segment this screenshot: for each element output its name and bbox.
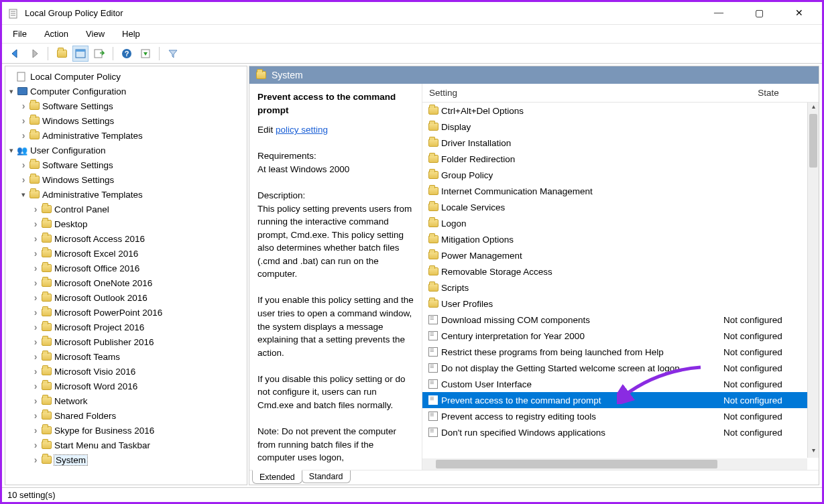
tab-standard[interactable]: Standard bbox=[302, 470, 351, 483]
expand-chevron[interactable] bbox=[31, 351, 40, 362]
tree-node[interactable]: Microsoft Access 2016 bbox=[7, 231, 245, 246]
edit-policy-link[interactable]: policy setting bbox=[276, 125, 328, 135]
properties-button[interactable] bbox=[137, 46, 154, 62]
scroll-down-arrow[interactable]: ▾ bbox=[808, 446, 819, 458]
expand-chevron[interactable] bbox=[19, 190, 28, 199]
export-button[interactable] bbox=[91, 46, 107, 62]
forward-button[interactable] bbox=[26, 46, 42, 62]
tree-node[interactable]: Microsoft Visio 2016 bbox=[7, 364, 245, 379]
expand-chevron[interactable] bbox=[19, 160, 28, 170]
menu-view[interactable]: View bbox=[84, 27, 106, 40]
folder-row[interactable]: Logon bbox=[422, 215, 819, 231]
tree-node[interactable]: Software Settings bbox=[7, 158, 245, 172]
tree-node[interactable]: Software Settings bbox=[7, 99, 245, 113]
expand-chevron[interactable] bbox=[31, 410, 40, 421]
folder-row[interactable]: Driver Installation bbox=[422, 135, 819, 151]
folder-row[interactable]: Group Policy bbox=[422, 167, 819, 183]
folder-row[interactable]: Power Management bbox=[422, 247, 819, 263]
expand-chevron[interactable] bbox=[31, 292, 40, 303]
expand-chevron[interactable] bbox=[31, 263, 40, 273]
tree-node[interactable]: Control Panel bbox=[7, 202, 245, 216]
tree-node[interactable]: Microsoft Project 2016 bbox=[7, 320, 245, 334]
tree-node[interactable]: Network bbox=[7, 393, 245, 408]
expand-chevron[interactable] bbox=[7, 146, 16, 155]
policy-row[interactable]: Prevent access to the command promptNot … bbox=[422, 392, 819, 408]
tree-node[interactable]: 👥User Configuration bbox=[7, 143, 245, 158]
tree-node[interactable]: Computer Configuration bbox=[7, 84, 245, 99]
back-button[interactable] bbox=[7, 46, 23, 62]
policy-row[interactable]: Custom User InterfaceNot configured bbox=[422, 376, 819, 392]
expand-chevron[interactable] bbox=[31, 218, 40, 229]
horizontal-scrollbar[interactable] bbox=[422, 458, 807, 470]
policy-row[interactable]: Restrict these programs from being launc… bbox=[422, 344, 819, 360]
tree-node[interactable]: Microsoft Office 2016 bbox=[7, 261, 245, 275]
expand-chevron[interactable] bbox=[31, 381, 40, 391]
folder-row[interactable]: Scripts bbox=[422, 279, 819, 296]
tree-node[interactable]: Administrative Templates bbox=[7, 128, 245, 143]
policy-row[interactable]: Download missing COM componentsNot confi… bbox=[422, 312, 819, 328]
tree-node[interactable]: Start Menu and Taskbar bbox=[7, 438, 245, 452]
tree-node[interactable]: System bbox=[7, 452, 245, 467]
menu-action[interactable]: Action bbox=[43, 27, 70, 40]
tree-node[interactable]: Administrative Templates bbox=[7, 187, 245, 202]
folder-row[interactable]: Locale Services bbox=[422, 199, 819, 215]
tree-node[interactable]: Microsoft PowerPoint 2016 bbox=[7, 305, 245, 320]
close-button[interactable]: ✕ bbox=[786, 7, 813, 19]
tree-node[interactable]: Local Computer Policy bbox=[7, 69, 245, 84]
expand-chevron[interactable] bbox=[7, 87, 16, 96]
folder-row[interactable]: Display bbox=[422, 119, 819, 135]
expand-chevron[interactable] bbox=[19, 130, 28, 141]
show-hide-tree-button[interactable] bbox=[72, 46, 89, 62]
expand-chevron[interactable] bbox=[31, 395, 40, 406]
expand-chevron[interactable] bbox=[19, 115, 28, 126]
menu-file[interactable]: File bbox=[11, 27, 28, 40]
expand-chevron[interactable] bbox=[31, 233, 40, 244]
expand-chevron[interactable] bbox=[31, 336, 40, 347]
tree-node[interactable]: Shared Folders bbox=[7, 408, 245, 423]
tree-node[interactable]: Skype for Business 2016 bbox=[7, 423, 245, 438]
tree-node[interactable]: Windows Settings bbox=[7, 113, 245, 128]
expand-chevron[interactable] bbox=[31, 204, 40, 214]
folder-row[interactable]: Mitigation Options bbox=[422, 231, 819, 247]
column-setting[interactable]: Setting bbox=[422, 84, 718, 102]
column-state[interactable]: State bbox=[718, 84, 819, 102]
folder-row[interactable]: Ctrl+Alt+Del Options bbox=[422, 103, 819, 119]
expand-chevron[interactable] bbox=[31, 366, 40, 377]
expand-chevron[interactable] bbox=[31, 425, 40, 436]
expand-chevron[interactable] bbox=[19, 101, 28, 111]
tree-node[interactable]: Microsoft Publisher 2016 bbox=[7, 334, 245, 349]
policy-row[interactable]: Don't run specified Windows applications… bbox=[422, 424, 819, 440]
navigation-tree[interactable]: Local Computer PolicyComputer Configurat… bbox=[5, 66, 247, 485]
folder-row[interactable]: Folder Redirection bbox=[422, 151, 819, 167]
policy-row[interactable]: Prevent access to registry editing tools… bbox=[422, 408, 819, 424]
maximize-button[interactable]: ▢ bbox=[746, 7, 772, 19]
filter-button[interactable] bbox=[165, 46, 181, 62]
scroll-thumb[interactable] bbox=[809, 114, 817, 168]
hscroll-thumb[interactable] bbox=[436, 460, 717, 468]
tree-node[interactable]: Microsoft OneNote 2016 bbox=[7, 275, 245, 290]
vertical-scrollbar[interactable]: ▴ ▾ bbox=[807, 103, 819, 458]
tree-node[interactable]: Microsoft Teams bbox=[7, 349, 245, 364]
expand-chevron[interactable] bbox=[31, 307, 40, 318]
expand-chevron[interactable] bbox=[31, 322, 40, 332]
policy-row[interactable]: Do not display the Getting Started welco… bbox=[422, 360, 819, 376]
help-button[interactable]: ? bbox=[119, 46, 135, 62]
policy-row[interactable]: Century interpretation for Year 2000Not … bbox=[422, 328, 819, 344]
scroll-up-arrow[interactable]: ▴ bbox=[808, 103, 819, 114]
minimize-button[interactable]: — bbox=[705, 7, 732, 19]
tab-extended[interactable]: Extended bbox=[252, 470, 302, 484]
folder-row[interactable]: User Profiles bbox=[422, 296, 819, 312]
up-button[interactable] bbox=[54, 46, 70, 62]
menu-help[interactable]: Help bbox=[121, 27, 141, 40]
expand-chevron[interactable] bbox=[31, 440, 40, 450]
expand-chevron[interactable] bbox=[31, 248, 40, 259]
tree-node[interactable]: Windows Settings bbox=[7, 172, 245, 187]
expand-chevron[interactable] bbox=[19, 174, 28, 185]
tree-node[interactable]: Microsoft Outlook 2016 bbox=[7, 290, 245, 305]
expand-chevron[interactable] bbox=[31, 454, 40, 465]
expand-chevron[interactable] bbox=[31, 277, 40, 288]
folder-row[interactable]: Internet Communication Management bbox=[422, 183, 819, 199]
tree-node[interactable]: Desktop bbox=[7, 216, 245, 231]
tree-node[interactable]: Microsoft Excel 2016 bbox=[7, 246, 245, 261]
folder-row[interactable]: Removable Storage Access bbox=[422, 263, 819, 279]
